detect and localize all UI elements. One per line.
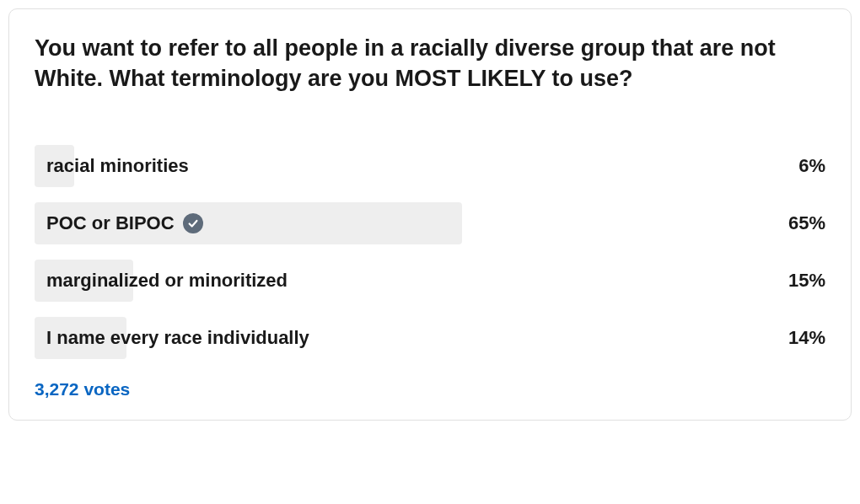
poll-options: racial minorities 6% POC or BIPOC 65% ma… [35, 145, 825, 359]
poll-card: You want to refer to all people in a rac… [8, 8, 852, 421]
option-label: racial minorities [46, 155, 189, 177]
vote-count-link[interactable]: 3,272 votes [35, 379, 130, 399]
poll-option[interactable]: I name every race individually 14% [35, 317, 825, 359]
poll-option[interactable]: marginalized or minoritized 15% [35, 260, 825, 302]
option-label: POC or BIPOC [46, 212, 203, 234]
your-vote-check-icon [183, 213, 203, 233]
option-label: I name every race individually [46, 327, 309, 349]
poll-question: You want to refer to all people in a rac… [35, 33, 825, 94]
option-label: marginalized or minoritized [46, 270, 288, 292]
option-percentage: 6% [798, 155, 825, 177]
poll-option[interactable]: racial minorities 6% [35, 145, 825, 187]
option-label-text: racial minorities [46, 155, 189, 177]
option-percentage: 65% [788, 212, 825, 234]
option-percentage: 15% [788, 270, 825, 292]
poll-option[interactable]: POC or BIPOC 65% [35, 202, 825, 244]
option-label-text: POC or BIPOC [46, 212, 175, 234]
option-label-text: marginalized or minoritized [46, 270, 288, 292]
option-label-text: I name every race individually [46, 327, 309, 349]
option-percentage: 14% [788, 327, 825, 349]
